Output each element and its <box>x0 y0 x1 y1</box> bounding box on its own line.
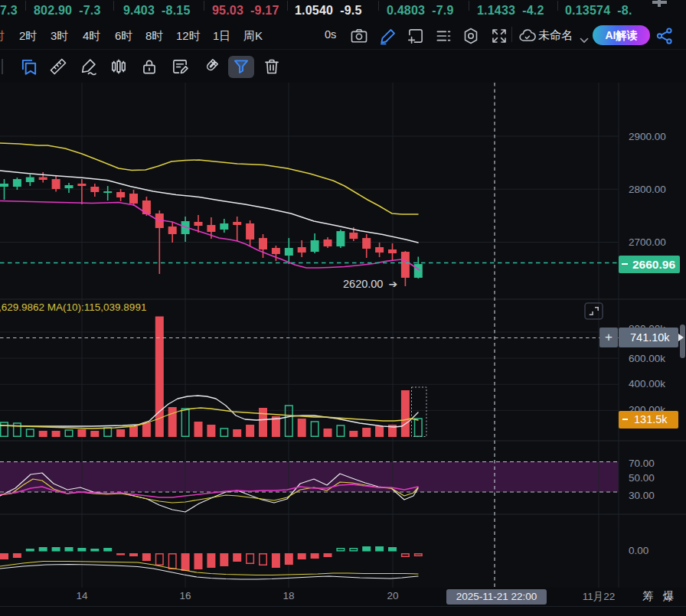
price-ma-lines <box>0 143 420 270</box>
interval-tab[interactable]: 3时 <box>51 28 68 43</box>
axis-label: 2800.00 <box>629 184 666 195</box>
ticker-item[interactable]: 802.90-7.3 <box>34 3 101 18</box>
ticker-change: -7.9 <box>432 4 453 17</box>
interval-tab[interactable]: 1日 <box>213 28 230 43</box>
interval-tab-selected[interactable]: 时 <box>0 28 5 43</box>
fullscreen-icon[interactable] <box>489 26 509 46</box>
ticker-price: 0.13574 <box>565 4 610 17</box>
marker-pen-tool-icon[interactable] <box>78 57 98 77</box>
bookmark-tool-icon[interactable] <box>19 57 39 77</box>
axis-label: 50.00 <box>629 472 655 484</box>
chart-canvas[interactable] <box>0 83 686 588</box>
ticker-item[interactable]: 1.0540-9.5 <box>295 3 362 18</box>
time-label: 14 <box>76 590 87 601</box>
candlestick-tool-icon[interactable] <box>109 57 129 77</box>
toolbar-edge-divider <box>2 59 3 74</box>
ticker-separator <box>469 1 469 11</box>
latest-volume-badge: 131.5k <box>619 411 678 429</box>
axis-label: 2900.00 <box>629 131 666 142</box>
developing-bar-outline <box>412 387 427 437</box>
add-symbol-icon[interactable] <box>652 0 669 9</box>
volume-ma-lines <box>0 396 418 429</box>
ticker-item[interactable]: 9.403-8.15 <box>123 3 191 18</box>
ticker-price: 9.403 <box>123 4 155 17</box>
lock-tool-icon[interactable] <box>139 57 159 77</box>
tab-liquidation[interactable]: 爆 <box>663 589 675 604</box>
crosshair-plus-badge[interactable]: + <box>599 328 618 347</box>
ticker-item[interactable]: 95.03-9.17 <box>212 3 279 18</box>
ticker-item[interactable]: 0.13574-8. <box>565 3 632 18</box>
chart-area[interactable]: ,629.9862 MA(10):115,039.8991 2620.00➔ 2… <box>0 83 686 588</box>
time-label: 11月22 <box>583 590 616 604</box>
axis-scrollbar[interactable] <box>680 324 685 358</box>
ruler-tool-icon[interactable] <box>48 57 68 77</box>
compare-add-icon[interactable] <box>406 26 426 46</box>
ticker-change: -9.17 <box>250 4 279 17</box>
tab-chips[interactable]: 筹 <box>642 589 654 604</box>
trading-chart-app: 7.3802.90-7.39.403-8.1595.03-9.171.0540-… <box>0 0 686 616</box>
price-ticker: 7.3802.90-7.39.403-8.1595.03-9.171.0540-… <box>0 0 686 21</box>
ticker-price: 95.03 <box>212 4 243 17</box>
interval-toolbar: 时2时3时4时6时8时12时1日周K 0s <box>0 21 686 49</box>
ticker-item[interactable]: 1.1433-4.2 <box>477 3 544 18</box>
time-label: 16 <box>179 590 191 601</box>
axis-label: 0.00 <box>629 545 648 556</box>
ticker-price: 0.4803 <box>387 4 425 17</box>
ticker-price: 7.3 <box>0 4 18 17</box>
axis-label: 70.00 <box>629 458 655 469</box>
ai-interpret-button[interactable]: AI解读 <box>593 25 650 45</box>
share-icon[interactable] <box>655 26 675 46</box>
alert-arrow-icon: ➔ <box>388 278 397 290</box>
time-label: 20 <box>387 590 398 601</box>
magnet-tool-icon[interactable] <box>201 57 220 77</box>
interval-tab[interactable]: 8时 <box>145 28 163 43</box>
volume-ma-legend: ,629.9862 MA(10):115,039.8991 <box>0 301 146 313</box>
last-price-badge: 2660.96 <box>619 256 680 274</box>
time-axis[interactable]: 1416182011月22 2025-11-21 22:00 筹 爆 <box>0 588 686 607</box>
ticker-separator <box>557 1 558 11</box>
settings-hexagon-icon[interactable] <box>461 26 481 46</box>
axis-label: 30.00 <box>629 490 655 501</box>
interval-tab[interactable]: 4时 <box>83 28 100 43</box>
interval-tab[interactable]: 周K <box>243 28 263 43</box>
bottom-strip <box>0 607 686 616</box>
volume-bars <box>1 317 426 437</box>
ticker-change: -7.3 <box>79 4 100 17</box>
ticker-separator <box>25 1 26 11</box>
edit-note-tool-icon[interactable] <box>170 57 190 77</box>
scroll-arrow-icon[interactable] <box>678 334 684 341</box>
ticker-price: 1.1433 <box>477 4 515 17</box>
ticker-price: 1.0540 <box>295 4 333 17</box>
interval-tab[interactable]: 6时 <box>115 28 132 43</box>
price-tick-dash <box>622 263 628 266</box>
chevron-down-icon[interactable] <box>580 33 589 47</box>
interval-tab[interactable]: 2时 <box>19 28 37 43</box>
screenshot-camera-icon[interactable] <box>349 26 369 46</box>
ticker-change: -8.15 <box>162 4 190 17</box>
draw-pencil-icon[interactable] <box>378 26 398 46</box>
ticker-separator <box>378 1 379 11</box>
drawing-toolbar <box>0 49 686 84</box>
ticker-separator <box>204 1 204 11</box>
crosshair-time-badge: 2025-11-21 22:00 <box>446 589 547 605</box>
pane-maximize-icon[interactable] <box>584 302 603 323</box>
axis-label: 600.00k <box>629 353 665 364</box>
toolbar-divider <box>511 27 512 42</box>
time-label: 18 <box>283 590 294 601</box>
indicator-list-icon[interactable] <box>433 26 453 46</box>
cloud-save-icon[interactable] <box>518 26 537 46</box>
filter-tool-icon[interactable] <box>228 56 254 78</box>
trash-tool-icon[interactable] <box>262 57 282 77</box>
ticker-change: -8. <box>617 4 632 17</box>
ticker-price: 802.90 <box>34 4 72 17</box>
ticker-item[interactable]: 0.4803-7.9 <box>387 3 454 18</box>
ticker-separator <box>113 1 114 11</box>
ticker-separator <box>287 1 288 11</box>
crosshair-volume-badge: 741.10k <box>619 328 678 347</box>
axis-label: 400.00k <box>629 378 665 389</box>
price-alert-annotation[interactable]: 2620.00➔ <box>343 278 397 290</box>
layout-name[interactable]: 未命名 <box>538 28 573 43</box>
interval-tab[interactable]: 12时 <box>176 28 201 43</box>
ticker-item[interactable]: 7.3 <box>0 3 18 18</box>
ticker-change: -4.2 <box>522 4 544 17</box>
